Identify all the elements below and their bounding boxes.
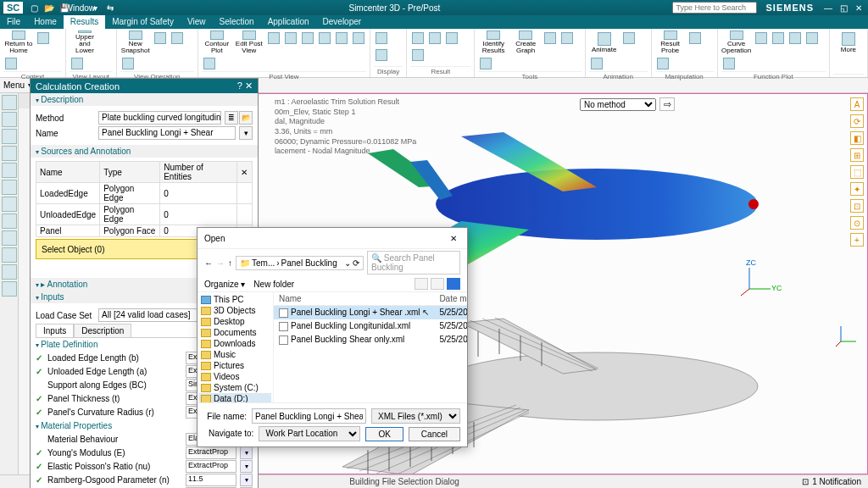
navigate-dropdown[interactable]: Work Part Location [259,426,360,441]
ribbon-button[interactable]: More [833,30,864,54]
menu-results[interactable]: Results [64,15,105,29]
ribbon-button[interactable] [804,30,820,46]
name-field[interactable]: Panel Buckling Longi + Shear [98,126,236,140]
menu-view[interactable]: View [181,15,213,29]
table-row[interactable]: LoadedEdgePolygon Edge0 [36,183,253,204]
tree-node[interactable]: 3D Objects [199,305,271,316]
file-search-input[interactable]: 🔍 Search Panel Buckling [367,251,460,274]
param-value-field[interactable]: ExtractProp [186,446,236,459]
resource-icon[interactable] [2,163,17,178]
ribbon-button[interactable]: Animate [589,30,620,54]
notification-count[interactable]: 1 Notification [812,477,861,486]
resource-icon[interactable] [2,180,17,195]
qat-switch-icon[interactable]: ⇆ [104,2,116,14]
ribbon-button[interactable] [771,30,786,46]
tree-node[interactable]: Desktop [199,316,271,327]
view-tool-icon[interactable]: ⊞ [850,148,864,162]
file-filter-dropdown[interactable]: XML Files (*.xml) [371,408,460,424]
qat-window-label[interactable]: Window [74,2,86,14]
dialog-title-bar[interactable]: Calculation Creation ? ✕ [31,79,258,93]
tree-node[interactable]: This PC [199,294,271,305]
resource-icon[interactable] [2,264,17,280]
ribbon-button[interactable] [410,30,426,46]
qat-new-icon[interactable]: ▢ [28,2,40,14]
view-tool-icon[interactable]: ◧ [850,131,864,145]
ribbon-button[interactable]: Identify Results [478,30,509,54]
method-browse-icon[interactable]: ≣ [225,111,238,125]
open-ok-button[interactable]: OK [365,427,403,441]
table-row[interactable]: UnloadedEdgePolygon Edge0 [36,204,253,225]
organize-menu[interactable]: Organize ▾ [204,280,245,289]
ribbon-button[interactable] [754,30,769,46]
ribbon-button[interactable] [621,30,637,46]
ribbon-button[interactable] [655,56,670,71]
tab-inputs[interactable]: Inputs [36,324,74,337]
param-value-field[interactable]: ExtractProp [186,460,236,473]
ribbon-button[interactable] [70,56,85,71]
nav-fwd-icon[interactable]: → [216,258,225,268]
ribbon-button[interactable] [687,30,703,46]
method-apply-icon[interactable]: ⇨ [659,97,675,111]
resource-icon[interactable] [2,247,17,263]
view-tool-icon[interactable]: ⟳ [850,114,864,128]
ribbon-button[interactable] [721,56,737,71]
filename-input[interactable] [252,408,366,424]
param-action-icon[interactable]: ▾ [240,474,253,486]
open-dialog-close-icon[interactable]: ✕ [447,231,460,245]
ribbon-button[interactable] [283,30,298,46]
open-cancel-button[interactable]: Cancel [409,427,460,441]
menu-margin-of-safety[interactable]: Margin of Safety [105,15,181,29]
view-tool-icon[interactable]: + [850,233,864,247]
resource-icon[interactable] [2,214,17,229]
resource-icon[interactable] [2,197,17,212]
resource-icon[interactable] [2,146,17,161]
view-tool-icon[interactable]: ⊙ [850,216,864,230]
dialog-help-icon[interactable]: ? ✕ [237,80,253,92]
file-row[interactable]: Panel Buckling Longi + Shear .xml ↖5/25/… [274,306,467,319]
ribbon-button[interactable] [542,30,558,46]
ribbon-button[interactable] [444,30,459,46]
resource-icon[interactable] [2,230,17,246]
menu-developer[interactable]: Developer [316,15,369,29]
ribbon-button[interactable] [153,30,168,46]
ribbon-button[interactable]: Curve Operation [721,30,752,54]
ribbon-button[interactable] [478,56,493,71]
minimize-button[interactable]: — [822,3,834,13]
ribbon-button[interactable]: Create Graph [510,30,541,54]
notification-icon[interactable]: ⊡ [802,477,809,486]
param-value-field[interactable]: 11.5 [186,474,236,486]
param-action-icon[interactable]: ▾ [240,446,253,459]
resource-icon[interactable] [2,129,17,144]
tree-node[interactable]: Downloads [199,338,271,349]
section-sources[interactable]: Sources and Annotation [31,145,258,158]
section-description[interactable]: Description [31,93,258,106]
ribbon-button[interactable]: Edit Post View [234,30,264,54]
tree-node[interactable]: Documents [199,327,271,338]
view-mode-icon[interactable] [415,278,428,290]
view-tool-icon[interactable]: A [850,97,864,111]
ribbon-button[interactable] [787,30,803,46]
ribbon-button[interactable]: Return to Home [3,30,34,54]
resource-icon[interactable] [2,95,17,110]
ribbon-button[interactable] [589,56,604,71]
qat-open-icon[interactable]: 📂 [43,2,55,14]
ribbon-button[interactable] [266,30,281,46]
ribbon-button[interactable] [351,30,366,46]
delete-col[interactable]: ✕ [237,162,253,183]
file-row[interactable]: Panel Buckling Longitunidal.xml5/25/2022… [274,319,467,333]
preview-pane-icon[interactable] [431,278,444,290]
ribbon-button[interactable] [334,30,349,46]
search-input[interactable] [672,2,757,14]
menu-application[interactable]: Application [261,15,316,29]
ribbon-button[interactable] [559,30,575,46]
ribbon-button[interactable]: Result Probe [655,30,686,54]
ribbon-button[interactable] [202,56,217,71]
name-edit-icon[interactable]: ▾ [239,126,253,140]
ribbon-button[interactable] [317,30,332,46]
ribbon-button[interactable] [427,30,442,46]
tree-node[interactable]: System (C:) [199,382,271,393]
param-action-icon[interactable]: ▾ [240,460,253,473]
qat-dropdown-icon[interactable]: ▾ [89,2,101,14]
ribbon-button[interactable] [170,30,185,46]
ribbon-button[interactable] [120,56,136,71]
